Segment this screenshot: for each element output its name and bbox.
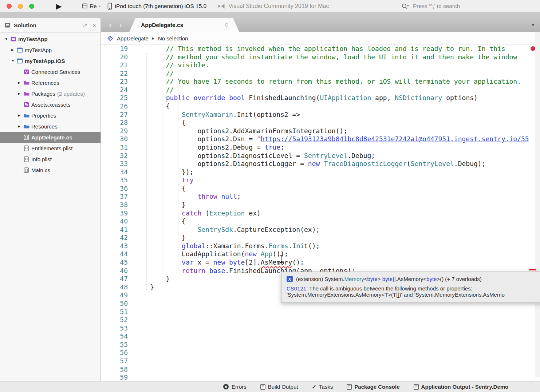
code-line-45[interactable]: 45 var x = new byte[2].AsMemory(); — [101, 258, 540, 267]
tree-item-label: Main.cs — [31, 167, 50, 173]
close-pad-icon[interactable]: × — [92, 22, 96, 29]
code-line-28[interactable]: 28 { — [101, 119, 540, 127]
code-line-38[interactable]: 38 } — [101, 201, 540, 209]
tree-item-entitlements.plist[interactable]: Entitlements.plist — [0, 143, 100, 154]
statusbar-item-package-console[interactable]: Package Console — [347, 384, 399, 390]
project-icon — [17, 47, 25, 53]
code-line-20[interactable]: 20 // method you should instantiate the … — [101, 53, 540, 62]
close-window-button[interactable] — [7, 4, 12, 9]
code-line-29[interactable]: 29 options2.AddXamarinFormsIntegration()… — [101, 127, 540, 135]
search-field[interactable]: Press '^,' to search — [401, 0, 536, 12]
error-underlined-token[interactable]: AsMemory — [261, 258, 292, 266]
minimize-window-button[interactable] — [18, 4, 23, 9]
code-line-36[interactable]: 36 { — [101, 185, 540, 193]
code-line-30[interactable]: 30 options2.Dsn = "https://5a193123a9b84… — [101, 135, 540, 143]
code-line-text: options2.DiagnosticLevel = SentryLevel.D… — [128, 152, 375, 160]
breadcrumb-context[interactable]: AppDelegate — [117, 35, 149, 41]
line-number: 45 — [101, 258, 128, 267]
statusbar-item-errors[interactable]: Errors — [223, 384, 247, 390]
tab-appdelegate[interactable]: AppDelegate.cs — [129, 18, 239, 32]
tree-item-mytestapp.ios[interactable]: ▼myTestApp.iOS — [0, 55, 100, 66]
tab-list-dropdown-icon[interactable]: ▾ — [532, 22, 534, 28]
code-line-37[interactable]: 37 throw null; — [101, 193, 540, 201]
sentry-dsn-link[interactable]: https://5a193123a9b841bc8d8e42531e7242a1… — [261, 135, 529, 143]
expand-icon[interactable]: ▶ — [18, 114, 23, 117]
run-button[interactable]: ▶ — [56, 3, 62, 10]
code-line-43[interactable]: 43 global::Xamarin.Forms.Forms.Init(); — [101, 242, 540, 250]
error-text: : The call is ambiguous between the foll… — [306, 285, 472, 292]
code-line-32[interactable]: 32 options2.DiagnosticLevel = SentryLeve… — [101, 152, 540, 160]
line-number: 52 — [101, 316, 128, 324]
collapse-icon[interactable]: ▼ — [5, 37, 10, 41]
code-line-19[interactable]: 19 // This method is invoked when the ap… — [101, 45, 540, 53]
code-line-25[interactable]: 25 public override bool FinishedLaunchin… — [101, 94, 540, 102]
code-line-31[interactable]: 31 options2.Debug = true; — [101, 143, 540, 152]
device-selector[interactable]: iPod touch (7th generation) iOS 15.0 — [107, 3, 207, 10]
editor-scrollbar[interactable] — [535, 32, 540, 377]
code-line-53[interactable]: 53 — [101, 324, 540, 333]
code-line-57[interactable]: 57 — [101, 357, 540, 365]
code-line-56[interactable]: 56 — [101, 349, 540, 357]
statusbar-item-application-output-sentry-demo[interactable]: Application Output - Sentry.Demo — [414, 384, 509, 390]
assets-icon — [23, 102, 31, 108]
expand-icon[interactable]: ▶ — [18, 124, 23, 128]
code-line-42[interactable]: 42 } — [101, 234, 540, 242]
code-line-44[interactable]: 44 LoadApplication(new App()); — [101, 250, 540, 258]
code-line-55[interactable]: 55 — [101, 341, 540, 349]
code-line-52[interactable]: 52 — [101, 316, 540, 324]
navigate-back-button[interactable]: ‹ — [105, 18, 115, 32]
tree-item-label: Properties — [31, 112, 56, 119]
line-number: 36 — [101, 185, 128, 193]
code-line-59[interactable]: 59 — [101, 373, 540, 381]
collapse-icon[interactable]: ▼ — [11, 59, 17, 63]
code-line-34[interactable]: 34 }); — [101, 168, 540, 177]
line-number: 33 — [101, 160, 128, 168]
tree-item-properties[interactable]: ▶Properties — [0, 110, 100, 121]
tree-item-resources[interactable]: ▶Resources — [0, 121, 100, 132]
code-editor[interactable]: 19 // This method is invoked when the ap… — [101, 45, 540, 381]
csharp-class-icon: C — [107, 35, 113, 41]
tree-item-mytestapp[interactable]: ▼myTestApp — [0, 33, 100, 44]
scrollbar-error-marker[interactable] — [529, 269, 536, 270]
code-line-54[interactable]: 54 — [101, 332, 540, 341]
tree-item-packages[interactable]: ▶Packages(2 updates) — [0, 88, 100, 99]
status-bar: ErrorsBuild Output✓TasksPackage ConsoleA… — [0, 381, 540, 392]
navigate-forward-button[interactable]: › — [115, 18, 126, 32]
indent-guide — [178, 78, 178, 275]
code-line-text — [128, 332, 134, 341]
expand-icon[interactable]: ▶ — [11, 48, 17, 52]
tree-item-info.plist[interactable]: Info.plist — [0, 154, 100, 165]
code-line-40[interactable]: 40 { — [101, 217, 540, 226]
statusbar-item-build-output[interactable]: Build Output — [260, 384, 298, 390]
tree-item-mytestapp[interactable]: ▶myTestApp — [0, 44, 100, 55]
error-indicator-dot[interactable] — [531, 46, 535, 51]
expand-icon[interactable]: ▶ — [18, 81, 23, 84]
code-line-23[interactable]: 23 // You have 17 seconds to return from… — [101, 78, 540, 86]
code-line-26[interactable]: 26 { — [101, 102, 540, 111]
tree-item-references[interactable]: ▶References — [0, 77, 100, 88]
code-line-24[interactable]: 24 // — [101, 86, 540, 94]
zoom-window-button[interactable] — [29, 4, 34, 9]
tree-item-main.cs[interactable]: {}Main.cs — [0, 165, 100, 175]
expand-icon[interactable]: ▶ — [18, 92, 23, 95]
code-line-text: } — [128, 234, 186, 242]
tree-item-connected-services[interactable]: Connected Services — [0, 66, 100, 77]
code-line-35[interactable]: 35 try — [101, 176, 540, 185]
tree-item-assets.xcassets[interactable]: Assets.xcassets — [0, 99, 100, 110]
code-line-58[interactable]: 58 — [101, 365, 540, 374]
code-line-22[interactable]: 22 // — [101, 70, 540, 78]
statusbar-item-tasks[interactable]: ✓Tasks — [312, 384, 333, 390]
code-line-27[interactable]: 27 SentryXamarin.Init(options2 => — [101, 111, 540, 119]
code-line-39[interactable]: 39 catch (Exception ex) — [101, 209, 540, 218]
code-line-21[interactable]: 21 // visible. — [101, 61, 540, 70]
solution-icon — [10, 36, 18, 42]
app-title: Visual Studio Community 2019 for Mac — [217, 3, 329, 9]
code-line-51[interactable]: 51 — [101, 308, 540, 316]
configuration-selector[interactable]: Re › — [82, 3, 100, 9]
tree-item-appdelegate.cs[interactable]: {}AppDelegate.cs — [0, 132, 100, 143]
error-code-link[interactable]: CS0121 — [287, 285, 306, 292]
breadcrumb-selection[interactable]: No selection — [158, 35, 188, 41]
pin-pad-icon[interactable] — [82, 23, 88, 28]
code-line-41[interactable]: 41 SentrySdk.CaptureException(ex); — [101, 226, 540, 234]
code-line-33[interactable]: 33 options2.DiagnosticLogger = new Trace… — [101, 160, 540, 168]
